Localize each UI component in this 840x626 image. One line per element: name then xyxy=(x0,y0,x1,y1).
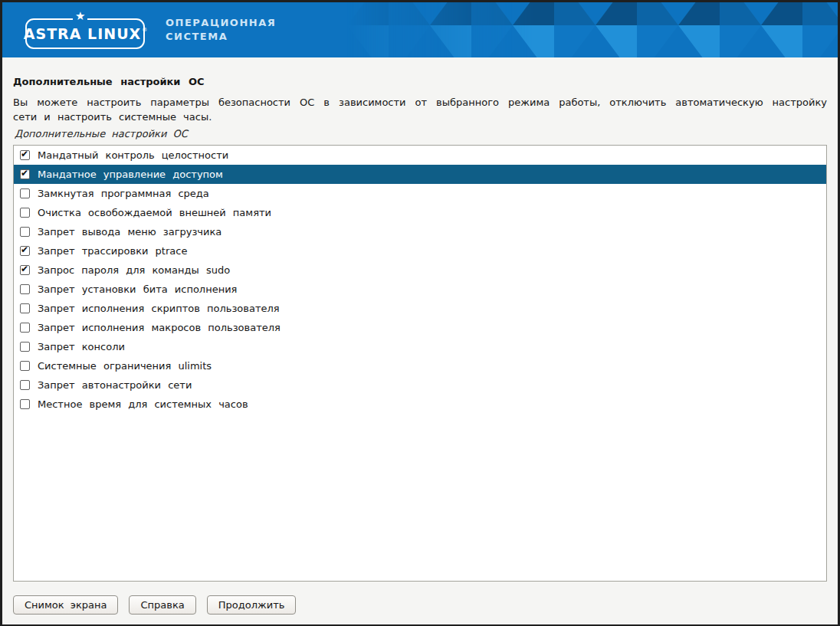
option-row[interactable]: Замкнутая программная среда xyxy=(14,184,826,203)
checkbox-unchecked-icon[interactable] xyxy=(20,188,30,198)
option-row[interactable]: Запрет исполнения макросов пользователя xyxy=(14,318,826,337)
option-label: Запрет исполнения скриптов пользователя xyxy=(38,303,280,314)
checkbox-checked-icon[interactable] xyxy=(20,246,30,256)
checkbox-unchecked-icon[interactable] xyxy=(20,303,30,313)
option-row[interactable]: Системные ограничения ulimits xyxy=(14,356,826,375)
question-label: Дополнительные настройки ОС xyxy=(15,128,827,139)
option-label: Системные ограничения ulimits xyxy=(38,360,212,372)
content-area: Дополнительные настройки ОС Вы можете на… xyxy=(2,57,838,582)
option-label: Мандатное управление доступом xyxy=(38,169,223,180)
astra-linux-logo: ★ ASTRA LINUX ® xyxy=(25,18,145,49)
option-row[interactable]: Запрет установки бита исполнения xyxy=(14,280,826,299)
option-row[interactable]: Очистка освобождаемой внешней памяти xyxy=(14,203,826,222)
option-label: Запрет исполнения макросов пользователя xyxy=(38,322,281,333)
header-facet-pattern xyxy=(347,2,838,57)
option-label: Мандатный контроль целостности xyxy=(38,149,228,161)
option-label: Запрет установки бита исполнения xyxy=(38,284,237,295)
page-title: Дополнительные настройки ОС xyxy=(13,57,827,87)
option-label: Запрос пароля для команды sudo xyxy=(38,264,230,276)
help-button[interactable]: Справка xyxy=(129,595,195,615)
option-row[interactable]: Мандатное управление доступом xyxy=(14,165,826,184)
checkbox-unchecked-icon[interactable] xyxy=(20,323,30,333)
option-label: Очистка освобождаемой внешней памяти xyxy=(38,207,271,218)
checkbox-checked-icon[interactable] xyxy=(20,265,30,275)
option-label: Запрет консоли xyxy=(38,341,125,352)
continue-button[interactable]: Продолжить xyxy=(207,595,297,615)
option-row[interactable]: Мандатный контроль целостности xyxy=(14,146,826,165)
option-row[interactable]: Местное время для системных часов xyxy=(14,395,826,414)
checkbox-unchecked-icon[interactable] xyxy=(20,342,30,352)
page-description: Вы можете настроить параметры безопаснос… xyxy=(13,95,827,124)
option-row[interactable]: Запрос пароля для команды sudo xyxy=(14,261,826,280)
option-label: Замкнутая программная среда xyxy=(38,188,209,199)
footer: Снимок экрана Справка Продолжить xyxy=(13,595,827,615)
option-label: Запрет вывода меню загрузчика xyxy=(38,226,221,238)
registered-mark: ® xyxy=(142,27,147,33)
logo-text: ASTRA LINUX xyxy=(24,25,141,42)
checkbox-unchecked-icon[interactable] xyxy=(20,284,30,294)
option-row[interactable]: Запрет консоли xyxy=(14,337,826,356)
checkbox-unchecked-icon[interactable] xyxy=(20,208,30,218)
checkbox-checked-icon[interactable] xyxy=(20,150,30,160)
option-label: Местное время для системных часов xyxy=(38,398,248,410)
options-listbox[interactable]: Мандатный контроль целостностиМандатное … xyxy=(13,145,827,582)
option-row[interactable]: Запрет исполнения скриптов пользователя xyxy=(14,299,826,318)
brand-line1: ОПЕРАЦИОННАЯ xyxy=(166,16,276,30)
option-row[interactable]: Запрет вывода меню загрузчика xyxy=(14,222,826,241)
checkbox-unchecked-icon[interactable] xyxy=(20,361,30,371)
brand-text: ОПЕРАЦИОННАЯ СИСТЕМА xyxy=(166,16,276,44)
checkbox-unchecked-icon[interactable] xyxy=(20,227,30,237)
option-label: Запрет трассировки ptrace xyxy=(38,245,187,257)
brand-line2: СИСТЕМА xyxy=(166,30,276,44)
option-label: Запрет автонастройки сети xyxy=(38,379,192,391)
header: ★ ASTRA LINUX ® ОПЕРАЦИОННАЯ СИСТЕМА xyxy=(2,2,838,57)
checkbox-unchecked-icon[interactable] xyxy=(20,399,30,409)
checkbox-unchecked-icon[interactable] xyxy=(20,380,30,390)
star-icon: ★ xyxy=(73,11,87,23)
checkbox-checked-icon[interactable] xyxy=(20,169,30,179)
option-row[interactable]: Запрет автонастройки сети xyxy=(14,375,826,395)
screenshot-button[interactable]: Снимок экрана xyxy=(13,595,118,615)
installer-window: ★ ASTRA LINUX ® ОПЕРАЦИОННАЯ СИСТЕМА Доп… xyxy=(0,0,840,626)
option-row[interactable]: Запрет трассировки ptrace xyxy=(14,241,826,261)
